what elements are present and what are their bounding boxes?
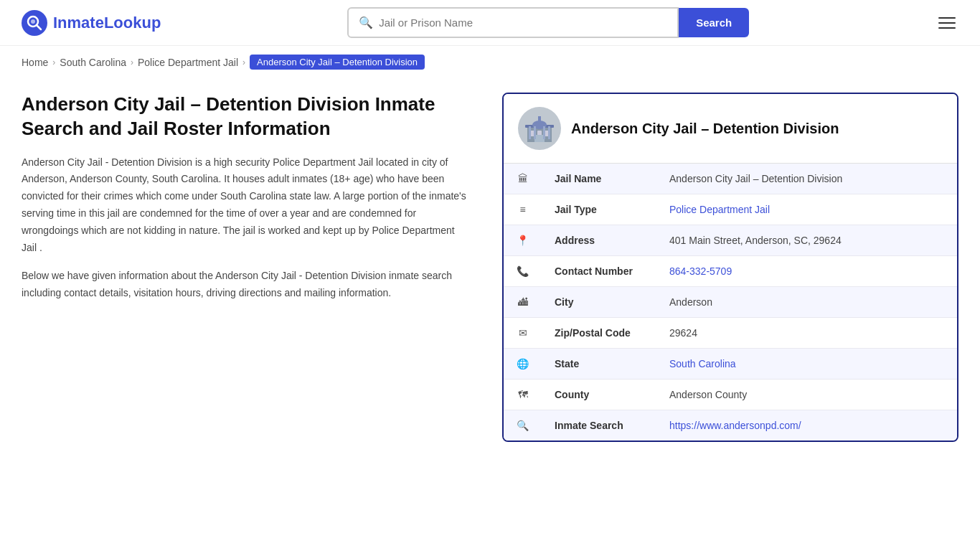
row-label: Address	[542, 225, 656, 256]
breadcrumb-state[interactable]: South Carolina	[60, 57, 126, 68]
svg-rect-10	[538, 116, 541, 125]
row-icon: 📞	[504, 256, 542, 287]
breadcrumb-home[interactable]: Home	[22, 57, 48, 68]
breadcrumb-current: Anderson City Jail – Detention Division	[250, 55, 425, 70]
row-label: Inmate Search	[542, 410, 656, 441]
row-label: State	[542, 349, 656, 380]
row-label: Contact Number	[542, 256, 656, 287]
search-icon: 🔍	[359, 16, 373, 29]
row-icon: ✉	[504, 318, 542, 349]
row-icon: 🏛	[504, 164, 542, 194]
breadcrumb-sep-3: ›	[242, 57, 245, 67]
row-icon: 📍	[504, 225, 542, 256]
row-value[interactable]: Police Department Jail	[656, 194, 957, 225]
svg-line-1	[37, 25, 41, 29]
row-value: 401 Main Street, Anderson, SC, 29624	[656, 225, 957, 256]
svg-rect-12	[534, 126, 536, 139]
search-button[interactable]: Search	[679, 8, 749, 37]
row-label: Zip/Postal Code	[542, 318, 656, 349]
table-row: 🔍Inmate Searchhttps://www.andersonpd.com…	[504, 410, 957, 441]
search-input[interactable]	[379, 17, 667, 29]
logo-text: InmateLookup	[53, 14, 161, 32]
row-icon: ≡	[504, 194, 542, 225]
breadcrumb-sep-1: ›	[52, 57, 55, 67]
svg-point-2	[31, 19, 35, 24]
row-label: City	[542, 287, 656, 318]
row-value: Anderson County	[656, 380, 957, 410]
breadcrumb: Home › South Carolina › Police Departmen…	[0, 46, 980, 78]
row-value[interactable]: https://www.andersonpd.com/	[656, 410, 957, 441]
hamburger-menu[interactable]	[936, 14, 958, 32]
svg-rect-7	[534, 135, 545, 142]
jail-avatar	[518, 107, 561, 150]
row-value: 29624	[656, 318, 957, 349]
breadcrumb-sep-2: ›	[131, 57, 133, 67]
svg-rect-14	[548, 126, 550, 139]
row-value-link[interactable]: South Carolina	[669, 358, 736, 369]
search-input-wrapper: 🔍	[347, 7, 679, 38]
table-row: 🏛Jail NameAnderson City Jail – Detention…	[504, 164, 957, 194]
header: InmateLookup 🔍 Search	[0, 0, 980, 46]
table-row: 🗺CountyAnderson County	[504, 380, 957, 410]
info-table-body: 🏛Jail NameAnderson City Jail – Detention…	[504, 164, 957, 441]
svg-rect-11	[529, 126, 531, 139]
row-value-link[interactable]: Police Department Jail	[669, 204, 770, 215]
row-label: Jail Type	[542, 194, 656, 225]
row-icon: 🗺	[504, 380, 542, 410]
row-label: County	[542, 380, 656, 410]
row-value: Anderson	[656, 287, 957, 318]
row-label: Jail Name	[542, 164, 656, 194]
logo[interactable]: InmateLookup	[22, 10, 161, 36]
svg-rect-13	[543, 126, 545, 139]
page-title: Anderson City Jail – Detention Division …	[22, 93, 466, 141]
info-table: 🏛Jail NameAnderson City Jail – Detention…	[504, 164, 957, 441]
row-icon: 🏙	[504, 287, 542, 318]
row-icon: 🔍	[504, 410, 542, 441]
table-row: ✉Zip/Postal Code29624	[504, 318, 957, 349]
table-row: 🌐StateSouth Carolina	[504, 349, 957, 380]
row-value[interactable]: 864-332-5709	[656, 256, 957, 287]
row-value-link[interactable]: https://www.andersonpd.com/	[669, 420, 801, 431]
logo-icon	[22, 10, 47, 36]
row-value[interactable]: South Carolina	[656, 349, 957, 380]
main-content: Anderson City Jail – Detention Division …	[0, 78, 980, 471]
table-row: 📞Contact Number864-332-5709	[504, 256, 957, 287]
left-column: Anderson City Jail – Detention Division …	[22, 93, 481, 442]
table-row: 🏙CityAnderson	[504, 287, 957, 318]
info-card: Anderson City Jail – Detention Division …	[502, 93, 958, 442]
search-bar: 🔍 Search	[347, 7, 749, 38]
breadcrumb-type[interactable]: Police Department Jail	[138, 57, 238, 68]
row-value-link[interactable]: 864-332-5709	[669, 265, 732, 277]
card-header: Anderson City Jail – Detention Division	[504, 94, 957, 164]
card-title: Anderson City Jail – Detention Division	[571, 121, 839, 137]
description-paragraph-1: Anderson City Jail - Detention Division …	[22, 154, 466, 257]
description-paragraph-2: Below we have given information about th…	[22, 268, 466, 302]
row-value: Anderson City Jail – Detention Division	[656, 164, 957, 194]
row-icon: 🌐	[504, 349, 542, 380]
table-row: ≡Jail TypePolice Department Jail	[504, 194, 957, 225]
table-row: 📍Address401 Main Street, Anderson, SC, 2…	[504, 225, 957, 256]
